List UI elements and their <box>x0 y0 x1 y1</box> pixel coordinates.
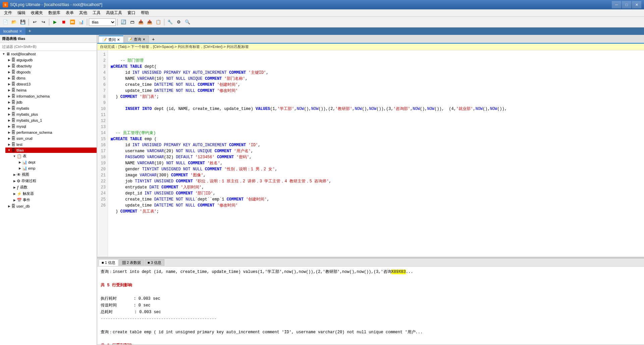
toolbar-schema[interactable]: 🗃 <box>128 18 136 26</box>
toolbar-refresh[interactable]: 🔄 <box>119 18 127 26</box>
toolbar-extras-3[interactable]: 🔍 <box>183 18 192 26</box>
toggle-procedures[interactable]: ▶ <box>12 179 17 183</box>
toggle-information-schema[interactable]: ▶ <box>7 94 11 99</box>
toggle-jtdb[interactable]: ▶ <box>7 100 11 105</box>
menu-tools[interactable]: 工具 <box>90 9 103 17</box>
toolbar-undo[interactable]: ↩ <box>31 18 39 26</box>
menu-database[interactable]: 数据库 <box>46 9 63 17</box>
restore-button[interactable]: □ <box>622 1 631 8</box>
toggle-functions[interactable]: ▶ <box>12 185 17 190</box>
events-node[interactable]: ▶ 📅 事件 <box>11 197 97 203</box>
triggers-node[interactable]: ▶ ⚡ 触发器 <box>11 190 97 197</box>
menu-advanced-tools[interactable]: 高级工具 <box>103 9 125 17</box>
db-mysql[interactable]: ▶ 🗄 mysql <box>5 123 97 129</box>
db-tlias[interactable]: ▼ 🗄 tlias <box>5 148 97 153</box>
toggle-mysql[interactable]: ▶ <box>7 124 11 129</box>
query-tab-1[interactable]: 📝 查问 ✕ <box>99 36 123 43</box>
toolbar-save[interactable]: 💾 <box>19 18 27 26</box>
toggle-dbgoods[interactable]: ▶ <box>7 70 11 74</box>
toggle-mybatis[interactable]: ▶ <box>7 106 11 111</box>
db-test[interactable]: ▶ 🗄 test <box>5 141 97 148</box>
procedures-node[interactable]: ▶ ⚙ 存储过程 <box>11 178 97 184</box>
toggle-dept[interactable]: ▶ <box>17 160 22 165</box>
query-tab-1-close[interactable]: ✕ <box>117 38 120 42</box>
toggle-heima[interactable]: ▶ <box>7 88 11 93</box>
toggle-ssm-crud[interactable]: ▶ <box>7 136 11 141</box>
results-tab-info[interactable]: ■ 1 信息 <box>99 259 118 266</box>
toolbar-new[interactable]: 📄 <box>1 18 9 26</box>
code-content[interactable]: -- 部门管理 ▣CREATE TABLE dept( id INT UNSIG… <box>108 50 644 257</box>
db-mybatis-plus[interactable]: ▶ 🗄 mybatis_plus <box>5 111 97 117</box>
toggle-test[interactable]: ▶ <box>7 142 11 147</box>
table-emp[interactable]: ▶ 📊 emp <box>16 165 97 171</box>
toolbar-redo[interactable]: ↪ <box>39 18 47 26</box>
table-dept[interactable]: ▶ 📊 dept <box>16 159 97 165</box>
add-connection-button[interactable]: + <box>25 28 34 34</box>
db-dbactivity[interactable]: ▶ 🗄 dbactivity <box>5 63 97 69</box>
filter-bar[interactable]: 过滤器 (Ctrl+Shift+B) <box>0 43 97 51</box>
functions-node[interactable]: ▶ ƒ 函数 <box>11 184 97 190</box>
db-user-db[interactable]: ▶ 🗄 user_db <box>5 203 97 209</box>
close-button[interactable]: ✕ <box>632 1 641 8</box>
db-dbgoods[interactable]: ▶ 🗄 dbgoods <box>5 69 97 75</box>
toolbar-import[interactable]: 📥 <box>137 18 145 26</box>
menu-other[interactable]: 其他 <box>76 9 90 17</box>
db-atguigudb[interactable]: ▶ 🗄 atguigudb <box>5 57 97 63</box>
db-dbms[interactable]: ▶ 🗄 dbms <box>5 75 97 81</box>
results-tab-info2[interactable]: ■ 3 信息 <box>145 259 164 266</box>
toolbar-open[interactable]: 📂 <box>10 18 18 26</box>
code-editor[interactable]: 12345 678910 1112131415 1617181920 21222… <box>97 50 644 257</box>
toolbar-stop[interactable]: ⏹ <box>60 18 68 26</box>
connection-tab-close[interactable]: ✕ <box>19 29 22 34</box>
menu-bar: 文件 编辑 收藏夹 数据库 表单 其他 工具 高级工具 窗口 帮助 <box>0 9 644 17</box>
minimize-button[interactable]: ─ <box>612 1 621 8</box>
toggle-performance-schema[interactable]: ▶ <box>7 130 11 135</box>
toolbar-run[interactable]: ▶ <box>51 18 59 26</box>
toolbar-extras-1[interactable]: 🔧 <box>166 18 174 26</box>
toggle-atguigudb[interactable]: ▶ <box>7 58 11 62</box>
toggle-dbms[interactable]: ▶ <box>7 76 11 80</box>
toolbar-export[interactable]: 📤 <box>146 18 154 26</box>
toggle-dbtest13[interactable]: ▶ <box>7 82 11 87</box>
db-information-schema[interactable]: ▶ 🗄 information_schema <box>5 93 97 99</box>
results-tab-data[interactable]: ▦ 2 表数据 <box>119 259 144 266</box>
db-performance-schema[interactable]: ▶ 🗄 performance_schema <box>5 129 97 135</box>
query-tab-2-close[interactable]: ✕ <box>143 38 145 41</box>
toggle-mybatis-plus-1[interactable]: ▶ <box>7 118 11 123</box>
db-mybatis-plus-1[interactable]: ▶ 🗄 mybatis_plus_1 <box>5 117 97 123</box>
query-tab-2[interactable]: 📝 查询 ✕ <box>124 36 149 43</box>
db-selector[interactable]: tlias <box>89 18 116 26</box>
menu-help[interactable]: 帮助 <box>138 9 152 17</box>
db-heima[interactable]: ▶ 🗄 heima <box>5 87 97 93</box>
toggle-triggers[interactable]: ▶ <box>12 191 17 196</box>
toolbar-extras-2[interactable]: ⚙ <box>175 18 183 26</box>
db-dbtest13[interactable]: ▶ 🗄 dbtest13 <box>5 81 97 87</box>
tables-node[interactable]: ▼ 📋 表 <box>11 153 97 159</box>
menu-edit[interactable]: 编辑 <box>15 9 28 17</box>
toolbar-backup[interactable]: 📋 <box>154 18 162 26</box>
toggle-emp[interactable]: ▶ <box>17 166 22 171</box>
root-toggle[interactable]: ▼ <box>1 52 6 56</box>
views-node[interactable]: ▶ 👁 视图 <box>11 171 97 178</box>
menu-file[interactable]: 文件 <box>1 9 15 17</box>
connection-tab-localhost[interactable]: localhost ✕ <box>0 27 25 35</box>
toolbar-run-all[interactable]: ⏩ <box>68 18 76 26</box>
database-list: ▶ 🗄 atguigudb ▶ 🗄 dbactivity ▶ 🗄 dbgoods… <box>0 57 97 209</box>
toggle-mybatis-plus[interactable]: ▶ <box>7 112 11 117</box>
menu-window[interactable]: 窗口 <box>125 9 138 17</box>
add-query-tab-button[interactable]: + <box>150 36 157 43</box>
toggle-events[interactable]: ▶ <box>12 198 17 203</box>
menu-table[interactable]: 表单 <box>63 9 76 17</box>
toolbar-explain[interactable]: 📊 <box>77 18 85 26</box>
toggle-tables[interactable]: ▼ <box>12 154 17 159</box>
db-mybatis[interactable]: ▶ 🗄 mybatis <box>5 105 97 111</box>
toggle-tlias[interactable]: ▼ <box>7 148 11 153</box>
toggle-user-db[interactable]: ▶ <box>7 204 11 209</box>
toggle-dbactivity[interactable]: ▶ <box>7 64 11 68</box>
title-bar-buttons[interactable]: ─ □ ✕ <box>612 1 641 8</box>
root-node[interactable]: ▼ 🖥 root@localhost <box>0 51 97 57</box>
db-ssm-crud[interactable]: ▶ 🗄 ssm_crud <box>5 135 97 141</box>
db-jtdb[interactable]: ▶ 🗄 jtdb <box>5 99 97 105</box>
toggle-views[interactable]: ▶ <box>12 172 17 177</box>
menu-favorites[interactable]: 收藏夹 <box>28 9 46 17</box>
